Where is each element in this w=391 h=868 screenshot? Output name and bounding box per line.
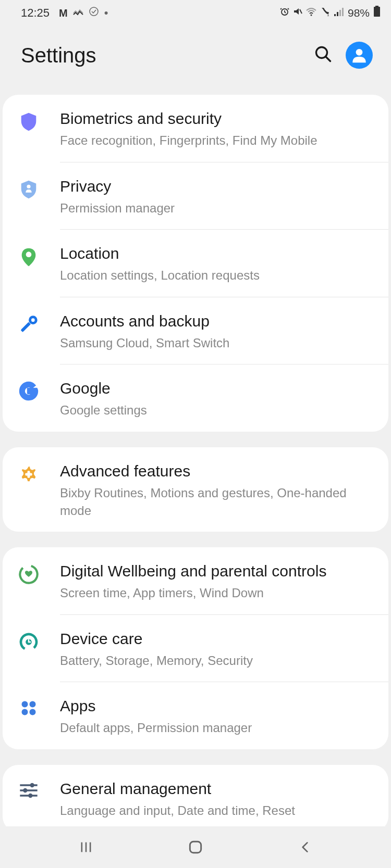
google-g-icon <box>16 381 42 401</box>
svg-rect-10 <box>374 7 380 17</box>
settings-item-biometrics[interactable]: Biometrics and security Face recognition… <box>3 95 388 162</box>
navigation-bar <box>0 826 391 868</box>
settings-item-device-care[interactable]: Device care Battery, Storage, Memory, Se… <box>3 615 388 682</box>
item-subtitle: Default apps, Permission manager <box>60 719 373 737</box>
svg-point-26 <box>30 701 36 708</box>
svg-rect-8 <box>342 8 344 16</box>
mute-icon <box>292 6 303 20</box>
svg-text:1: 1 <box>327 12 329 17</box>
settings-item-google[interactable]: Google Google settings <box>3 364 388 432</box>
recent-apps-button[interactable] <box>76 837 96 858</box>
svg-point-34 <box>28 794 32 798</box>
apps-grid-icon <box>16 699 42 718</box>
settings-item-privacy[interactable]: Privacy Permission manager <box>3 162 388 230</box>
status-left: 12:25 M • <box>21 6 108 20</box>
svg-line-2 <box>300 9 302 14</box>
settings-group: Biometrics and security Face recognition… <box>3 95 388 432</box>
svg-rect-7 <box>339 10 341 16</box>
item-subtitle: Permission manager <box>60 199 373 217</box>
signal-icon <box>334 6 344 20</box>
mail-icon: M <box>59 7 68 19</box>
wifi-icon <box>306 6 317 20</box>
svg-point-28 <box>30 709 36 715</box>
item-title: Google <box>60 378 373 398</box>
item-subtitle: Face recognition, Fingerprints, Find My … <box>60 132 373 149</box>
search-button[interactable] <box>314 45 333 66</box>
item-subtitle: Language and input, Date and time, Reset <box>60 802 373 820</box>
svg-point-25 <box>22 701 28 708</box>
chart-icon <box>73 6 83 20</box>
settings-item-general[interactable]: General management Language and input, D… <box>3 765 388 826</box>
key-icon <box>16 314 42 335</box>
item-title: Apps <box>60 696 373 716</box>
status-bar: 12:25 M • 1 98% <box>0 0 391 26</box>
svg-point-32 <box>23 788 27 792</box>
battery-icon <box>373 6 381 20</box>
svg-point-3 <box>310 15 312 16</box>
vowifi-icon: 1 <box>320 6 331 20</box>
status-right: 1 98% <box>279 6 381 20</box>
wellbeing-icon <box>16 564 42 585</box>
device-care-icon <box>16 632 42 652</box>
svg-point-0 <box>90 7 98 16</box>
item-title: Location <box>60 243 373 263</box>
svg-rect-38 <box>190 841 201 852</box>
shield-icon <box>16 111 42 132</box>
svg-point-17 <box>31 318 35 322</box>
check-circle-icon <box>89 6 99 20</box>
settings-item-wellbeing[interactable]: Digital Wellbeing and parental controls … <box>3 547 388 614</box>
svg-point-30 <box>30 783 34 787</box>
settings-group: General management Language and input, D… <box>3 765 388 826</box>
settings-group: Digital Wellbeing and parental controls … <box>3 547 388 749</box>
profile-button[interactable] <box>346 42 373 69</box>
page-title: Settings <box>21 44 96 67</box>
item-subtitle: Location settings, Location requests <box>60 267 373 284</box>
dot-icon: • <box>104 6 108 20</box>
gear-plus-icon <box>16 464 42 485</box>
home-button[interactable] <box>185 837 206 858</box>
item-subtitle: Screen time, App timers, Wind Down <box>60 584 373 602</box>
item-subtitle: Samsung Cloud, Smart Switch <box>60 334 373 352</box>
item-title: Privacy <box>60 176 373 196</box>
svg-point-27 <box>22 709 28 715</box>
svg-rect-9 <box>375 6 378 7</box>
item-title: General management <box>60 778 373 799</box>
back-button[interactable] <box>295 837 315 858</box>
svg-rect-6 <box>337 12 338 16</box>
settings-item-advanced[interactable]: Advanced features Bixby Routines, Motion… <box>3 447 388 532</box>
svg-point-15 <box>26 252 32 258</box>
svg-point-14 <box>27 184 30 188</box>
item-subtitle: Google settings <box>60 401 373 419</box>
location-pin-icon <box>16 246 42 268</box>
settings-item-location[interactable]: Location Location settings, Location req… <box>3 230 388 297</box>
item-title: Advanced features <box>60 461 373 481</box>
status-time: 12:25 <box>21 6 50 20</box>
item-subtitle: Bixby Routines, Motions and gestures, On… <box>60 484 373 519</box>
item-title: Biometrics and security <box>60 108 373 129</box>
settings-group: Advanced features Bixby Routines, Motion… <box>3 447 388 532</box>
settings-item-apps[interactable]: Apps Default apps, Permission manager <box>3 682 388 749</box>
item-title: Digital Wellbeing and parental controls <box>60 561 373 581</box>
item-subtitle: Battery, Storage, Memory, Security <box>60 652 373 670</box>
item-title: Accounts and backup <box>60 311 373 331</box>
svg-rect-21 <box>25 473 32 475</box>
item-title: Device care <box>60 628 373 649</box>
alarm-icon <box>279 6 290 20</box>
page-header: Settings <box>0 26 391 95</box>
battery-text: 98% <box>348 7 370 19</box>
privacy-shield-icon <box>16 179 42 200</box>
svg-point-13 <box>356 49 363 56</box>
sliders-icon <box>16 782 42 799</box>
svg-line-12 <box>326 57 330 61</box>
svg-rect-5 <box>334 14 336 16</box>
settings-item-accounts[interactable]: Accounts and backup Samsung Cloud, Smart… <box>3 297 388 364</box>
